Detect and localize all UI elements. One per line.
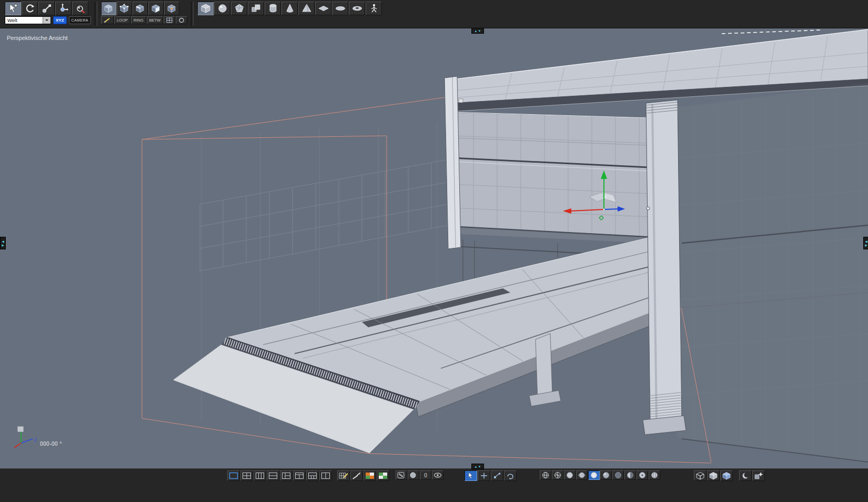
visibility-button[interactable] bbox=[432, 470, 443, 480]
layout-bottom-split-button[interactable] bbox=[306, 470, 319, 481]
loop-selection-button[interactable]: LOOP bbox=[114, 16, 130, 24]
scale-small-icon bbox=[492, 472, 502, 479]
viewport-3d[interactable]: Z Perspektivische Ansicht 000-00 ° bbox=[0, 28, 868, 468]
circle-option-button[interactable] bbox=[176, 16, 187, 24]
mode-texture-axis-button[interactable] bbox=[164, 2, 179, 15]
move-icon bbox=[58, 3, 69, 14]
viewport-move-button[interactable] bbox=[478, 470, 490, 481]
cylinder-icon bbox=[267, 3, 279, 14]
layout-two-row-button[interactable] bbox=[267, 470, 279, 481]
viewport-select-button[interactable] bbox=[465, 470, 477, 481]
sparkle-cube-button[interactable] bbox=[752, 470, 765, 481]
zoom-tool-button[interactable] bbox=[72, 2, 88, 15]
dropdown-arrow-icon[interactable] bbox=[43, 17, 51, 24]
xyz-lock-button[interactable]: XYZ bbox=[53, 16, 67, 24]
primitive-pyramid-button[interactable] bbox=[298, 2, 315, 15]
mode-points-button[interactable] bbox=[117, 2, 132, 15]
primitive-cylinder-button[interactable] bbox=[265, 2, 281, 15]
primitive-sphere-button[interactable] bbox=[214, 2, 230, 15]
line-sphere-button[interactable] bbox=[649, 470, 660, 480]
view-layout-group bbox=[227, 470, 332, 481]
primitive-polyhedron-button[interactable] bbox=[231, 2, 247, 15]
shaded-cube-button[interactable] bbox=[707, 470, 720, 481]
three-column-icon bbox=[255, 472, 265, 479]
blue-cube-button[interactable] bbox=[720, 470, 733, 481]
ring-icon bbox=[178, 17, 185, 23]
scale-tool-button[interactable] bbox=[38, 2, 55, 15]
top-split-icon bbox=[295, 472, 304, 479]
display-options-group: 0 bbox=[396, 470, 443, 480]
primitive-array-button[interactable] bbox=[248, 2, 264, 15]
viewport-splitter-right[interactable]: ◀▶ bbox=[863, 237, 868, 249]
moon-button[interactable] bbox=[739, 470, 752, 481]
rotate-tool-button[interactable] bbox=[22, 2, 38, 15]
shading-group bbox=[540, 470, 660, 480]
mode-model-button[interactable] bbox=[101, 2, 116, 15]
extras-group bbox=[739, 470, 765, 481]
wire-globe-button[interactable] bbox=[540, 470, 551, 480]
dot-sphere-button[interactable] bbox=[637, 470, 648, 480]
live-selection-tool-button[interactable] bbox=[5, 2, 21, 15]
primitive-figure-button[interactable] bbox=[366, 2, 382, 15]
flat-sphere-button[interactable] bbox=[564, 470, 576, 480]
primitive-plane-button[interactable] bbox=[315, 2, 331, 15]
arrow-down-icon: ▼ bbox=[478, 465, 481, 468]
arrow-left-icon: ◀ bbox=[865, 240, 867, 243]
dark-sphere-icon bbox=[613, 471, 623, 479]
sphere-display-button[interactable] bbox=[408, 470, 419, 480]
viewport-rotate-button[interactable] bbox=[504, 470, 517, 481]
subdivision-cage-grid bbox=[200, 158, 455, 271]
layout-three-column-button[interactable] bbox=[254, 470, 266, 481]
mode-polygons-button[interactable] bbox=[148, 2, 164, 15]
half-sphere-button[interactable] bbox=[624, 470, 636, 480]
axis-globe-icon bbox=[553, 471, 562, 479]
layout-top-split-button[interactable] bbox=[293, 470, 306, 481]
viewport-scale-button[interactable] bbox=[491, 470, 503, 481]
material-grid-button[interactable] bbox=[364, 470, 376, 481]
active-shading-button[interactable] bbox=[588, 470, 600, 480]
texture-grid-button[interactable] bbox=[377, 470, 389, 481]
grid-snap-button[interactable] bbox=[164, 16, 175, 24]
viewport-splitter-top[interactable]: ▲▼ bbox=[471, 28, 484, 34]
axis-globe-button[interactable] bbox=[552, 470, 563, 480]
primitive-cube-button[interactable] bbox=[197, 2, 214, 15]
coordinate-system-value: Welt bbox=[5, 17, 43, 24]
plane-icon bbox=[318, 3, 329, 14]
uv-edit-button[interactable] bbox=[337, 470, 350, 481]
move-tool-button[interactable] bbox=[55, 2, 72, 15]
dice-button[interactable] bbox=[396, 470, 407, 480]
sphere-icon bbox=[217, 3, 228, 14]
layout-single-view-button[interactable] bbox=[227, 470, 240, 481]
shaded-sphere-button[interactable] bbox=[600, 470, 612, 480]
dice-icon bbox=[397, 471, 406, 479]
dark-sphere-button[interactable] bbox=[612, 470, 624, 480]
arrow-up-icon: ▲ bbox=[475, 29, 478, 33]
layout-two-column-button[interactable] bbox=[319, 470, 332, 481]
edge-cut-button[interactable] bbox=[101, 16, 114, 24]
mode-edges-button[interactable] bbox=[133, 2, 148, 15]
small-sphere-icon bbox=[409, 471, 418, 479]
top-toolbar: Welt XYZ CAMERA bbox=[0, 0, 868, 28]
viewport-splitter-left[interactable]: ◀▶ bbox=[0, 237, 6, 249]
paint-button[interactable] bbox=[350, 470, 363, 481]
between-selection-button[interactable]: BETW bbox=[147, 16, 164, 24]
layout-quad-view-button[interactable] bbox=[240, 470, 253, 481]
zero-frame-button[interactable]: 0 bbox=[420, 470, 431, 480]
wire-cube-button[interactable] bbox=[694, 470, 706, 481]
layout-left-split-button[interactable] bbox=[280, 470, 292, 481]
camera-button[interactable]: CAMERA bbox=[69, 16, 91, 24]
axis-readout: 000-00 ° bbox=[40, 441, 62, 447]
disc-icon bbox=[335, 3, 346, 14]
brush-icon bbox=[351, 471, 362, 480]
viewport-splitter-bottom[interactable]: ▲▼ bbox=[471, 464, 484, 469]
primitive-torus-button[interactable] bbox=[349, 2, 365, 15]
ring-sphere-button[interactable] bbox=[576, 470, 588, 480]
axis-z-label: Z bbox=[34, 437, 37, 443]
primitive-disc-button[interactable] bbox=[332, 2, 348, 15]
quad-view-icon bbox=[242, 472, 251, 479]
half-sphere-icon bbox=[625, 471, 635, 479]
coordinate-system-dropdown[interactable]: Welt bbox=[5, 16, 51, 24]
primitive-cone-button[interactable] bbox=[281, 2, 298, 15]
ring-selection-button[interactable]: RING bbox=[131, 16, 146, 24]
axis-indicator: Z bbox=[14, 426, 37, 448]
